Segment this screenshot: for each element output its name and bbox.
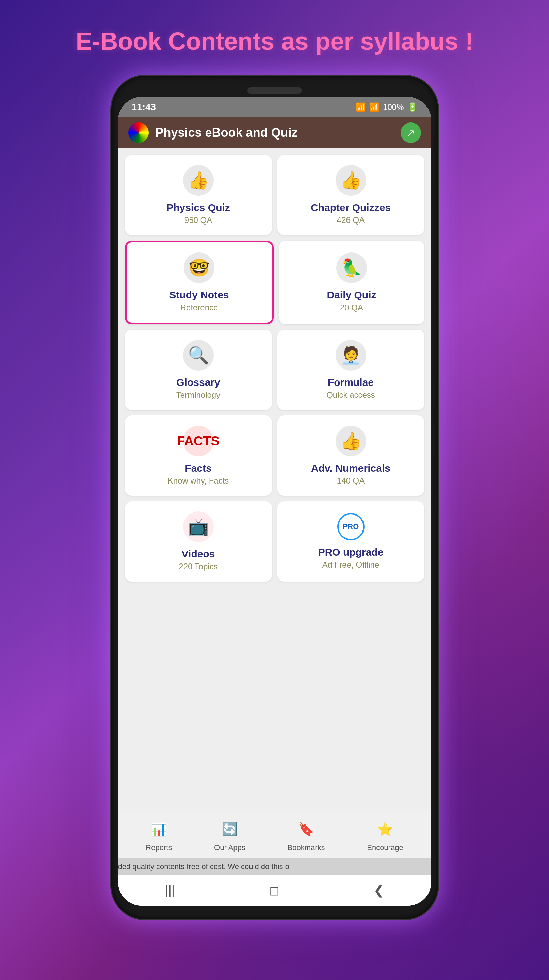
physics-quiz-title: Physics Quiz bbox=[166, 202, 230, 213]
menu-card-daily-quiz[interactable]: 🦜 Daily Quiz 20 QA bbox=[279, 240, 425, 324]
menu-card-chapter-quizzes[interactable]: 👍 Chapter Quizzes 426 QA bbox=[277, 155, 425, 235]
study-notes-title: Study Notes bbox=[169, 289, 229, 301]
system-nav: ||| ◻ ❮ bbox=[118, 875, 431, 906]
videos-title: Videos bbox=[182, 548, 215, 560]
pro-upgrade-title: PRO upgrade bbox=[318, 546, 384, 558]
menu-row-5: 📺 Videos 220 Topics PRO PRO upgrade Ad F… bbox=[125, 501, 425, 582]
reports-icon: 📊 bbox=[147, 817, 171, 841]
study-notes-icon: 🤓 bbox=[184, 253, 215, 283]
encourage-icon: ⭐ bbox=[373, 817, 397, 841]
menu-card-formulae[interactable]: 🧑‍💼 Formulae Quick access bbox=[277, 330, 425, 410]
facts-icon: FACTS bbox=[183, 426, 214, 456]
menu-row-2: 🤓 Study Notes Reference 🦜 Daily Quiz 20 … bbox=[125, 240, 425, 324]
adv-numericals-subtitle: 140 QA bbox=[337, 476, 364, 485]
chapter-quizzes-title: Chapter Quizzes bbox=[311, 202, 391, 213]
page-title: E-Book Contents as per syllabus ! bbox=[76, 27, 473, 55]
menu-card-videos[interactable]: 📺 Videos 220 Topics bbox=[125, 501, 272, 582]
formulae-icon: 🧑‍💼 bbox=[336, 340, 366, 371]
nav-item-encourage[interactable]: ⭐ Encourage bbox=[367, 817, 403, 852]
daily-quiz-icon: 🦜 bbox=[336, 253, 367, 283]
app-bar: Physics eBook and Quiz ↗ bbox=[118, 118, 431, 148]
pro-badge-icon: PRO bbox=[337, 513, 364, 540]
physics-quiz-icon: 👍 bbox=[183, 165, 214, 196]
menu-row-4: FACTS Facts Know why, Facts 👍 Adv. Numer… bbox=[125, 415, 425, 496]
bookmarks-label: Bookmarks bbox=[287, 843, 325, 852]
app-title: Physics eBook and Quiz bbox=[156, 126, 401, 140]
bottom-nav: 📊 Reports 🔄 Our Apps 🔖 Bookmarks ⭐ Encou… bbox=[118, 811, 431, 858]
share-button[interactable]: ↗ bbox=[401, 123, 421, 143]
physics-quiz-subtitle: 950 QA bbox=[185, 215, 212, 225]
nav-item-our-apps[interactable]: 🔄 Our Apps bbox=[214, 817, 245, 852]
glossary-subtitle: Terminology bbox=[176, 390, 220, 400]
status-bar: 11:43 📶 📶 100% 🔋 bbox=[118, 97, 431, 118]
encourage-label: Encourage bbox=[367, 843, 403, 852]
marquee-text: ded quality contents free of cost. We co… bbox=[118, 862, 289, 871]
phone-speaker bbox=[247, 88, 302, 94]
menu-card-study-notes[interactable]: 🤓 Study Notes Reference bbox=[125, 240, 274, 324]
recents-button[interactable]: ||| bbox=[165, 883, 175, 898]
pro-upgrade-subtitle: Ad Free, Offline bbox=[322, 560, 379, 570]
nav-item-bookmarks[interactable]: 🔖 Bookmarks bbox=[287, 817, 325, 852]
marquee-bar: ded quality contents free of cost. We co… bbox=[118, 858, 431, 875]
reports-label: Reports bbox=[146, 843, 172, 852]
bookmarks-icon: 🔖 bbox=[294, 817, 318, 841]
phone-frame: 11:43 📶 📶 100% 🔋 Physics eBook and Quiz … bbox=[111, 76, 438, 920]
adv-numericals-icon: 👍 bbox=[336, 426, 366, 456]
facts-title: Facts bbox=[185, 463, 212, 474]
status-icons: 📶 📶 100% 🔋 bbox=[356, 102, 417, 112]
our-apps-icon: 🔄 bbox=[218, 817, 242, 841]
phone-screen: 11:43 📶 📶 100% 🔋 Physics eBook and Quiz … bbox=[118, 97, 431, 906]
glossary-icon: 🔍 bbox=[183, 340, 214, 371]
daily-quiz-subtitle: 20 QA bbox=[340, 303, 363, 312]
main-content: 👍 Physics Quiz 950 QA 👍 Chapter Quizzes … bbox=[118, 148, 431, 811]
videos-subtitle: 220 Topics bbox=[179, 562, 218, 571]
menu-row-3: 🔍 Glossary Terminology 🧑‍💼 Formulae Quic… bbox=[125, 330, 425, 410]
menu-row-1: 👍 Physics Quiz 950 QA 👍 Chapter Quizzes … bbox=[125, 155, 425, 235]
app-logo-icon bbox=[128, 123, 149, 143]
phone-bottom bbox=[118, 906, 431, 913]
wifi-icon: 📶 bbox=[356, 102, 366, 112]
share-icon: ↗ bbox=[406, 127, 415, 139]
signal-icon: 📶 bbox=[369, 102, 379, 112]
our-apps-label: Our Apps bbox=[214, 843, 245, 852]
status-time: 11:43 bbox=[132, 102, 156, 113]
facts-subtitle: Know why, Facts bbox=[168, 476, 229, 485]
chapter-quizzes-subtitle: 426 QA bbox=[337, 215, 364, 225]
menu-card-facts[interactable]: FACTS Facts Know why, Facts bbox=[125, 415, 272, 496]
chapter-quizzes-icon: 👍 bbox=[336, 165, 366, 196]
home-button[interactable]: ◻ bbox=[269, 883, 279, 898]
back-button[interactable]: ❮ bbox=[374, 883, 384, 898]
menu-card-adv-numericals[interactable]: 👍 Adv. Numericals 140 QA bbox=[277, 415, 425, 496]
daily-quiz-title: Daily Quiz bbox=[327, 289, 376, 301]
menu-card-glossary[interactable]: 🔍 Glossary Terminology bbox=[125, 330, 272, 410]
nav-item-reports[interactable]: 📊 Reports bbox=[146, 817, 172, 852]
battery-label: 100% bbox=[383, 102, 404, 112]
videos-icon: 📺 bbox=[183, 511, 214, 542]
glossary-title: Glossary bbox=[176, 377, 220, 388]
adv-numericals-title: Adv. Numericals bbox=[311, 463, 390, 474]
battery-icon: 🔋 bbox=[407, 102, 418, 112]
formulae-title: Formulae bbox=[328, 377, 374, 388]
menu-card-pro-upgrade[interactable]: PRO PRO upgrade Ad Free, Offline bbox=[277, 501, 425, 582]
menu-card-physics-quiz[interactable]: 👍 Physics Quiz 950 QA bbox=[125, 155, 272, 235]
study-notes-subtitle: Reference bbox=[180, 303, 218, 312]
formulae-subtitle: Quick access bbox=[326, 390, 375, 400]
